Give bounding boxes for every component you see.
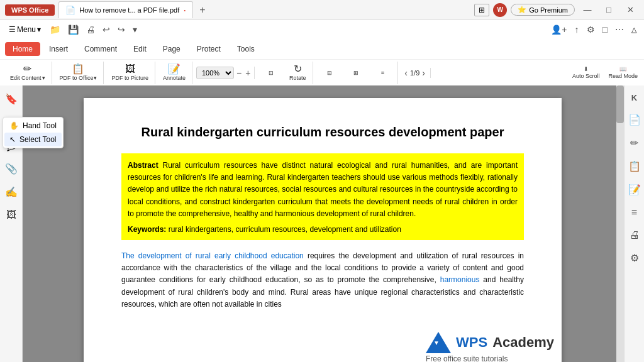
more-button[interactable]: ⋯ [613, 23, 626, 36]
wps-mark-text: WPS [456, 334, 487, 351]
pdf-to-picture-group: 🖼 PDF to Picture [105, 62, 155, 84]
read-mode-icon: 📖 [619, 66, 626, 72]
tab-modified-dot: · [183, 4, 186, 16]
collapse-ribbon-button[interactable]: △ [629, 25, 639, 35]
export-button[interactable]: ↑ [572, 23, 582, 36]
pdf-to-office-button[interactable]: 📋 PDF to Office ▾ [56, 62, 101, 84]
tab-protect[interactable]: Protect [189, 42, 228, 56]
right-panel-print[interactable]: 🖨 [626, 226, 643, 244]
open-button[interactable]: 📁 [47, 23, 63, 36]
single-page-button[interactable]: ⊟ [317, 62, 342, 84]
maximize-button[interactable]: □ [600, 1, 618, 19]
tab-tools[interactable]: Tools [230, 42, 262, 56]
right-panel-edit[interactable]: ✏ [626, 133, 642, 153]
edit-content-button[interactable]: ✏ Edit Content ▾ [6, 62, 49, 84]
image-panel-button[interactable]: 🖼 [3, 206, 20, 224]
undo-button[interactable]: ↩ [100, 23, 113, 36]
user-avatar[interactable]: W [493, 3, 507, 17]
auto-scroll-button[interactable]: ⬇ Auto Scroll [569, 62, 604, 84]
wps-watermark: ▼ WPS Academy Free office suite tutorial… [418, 327, 562, 362]
body-paragraph: The development of rural early childhood… [121, 250, 524, 310]
new-tab-button[interactable]: + [197, 4, 208, 16]
menu-button[interactable]: ☰ Menu ▾ [5, 24, 45, 35]
abstract-highlighted-block: Abstract Rural curriculum resources have… [121, 153, 524, 240]
keywords-line: Keywords: rural kindergartens, curriculu… [128, 225, 518, 234]
two-page-button[interactable]: ⊞ [343, 62, 369, 84]
right-panel-page[interactable]: 📄 [625, 110, 645, 129]
select-tool-option[interactable]: ↖ Select Tool [4, 133, 62, 146]
settings-button[interactable]: ⚙ [584, 23, 597, 36]
pdf-to-picture-button[interactable]: 🖼 PDF to Picture [108, 62, 152, 84]
pdf-to-office-icon: 📋 [72, 64, 84, 74]
grid-view-button[interactable]: ⊞ [474, 4, 489, 16]
attachment-panel-button[interactable]: 📎 [1, 159, 21, 178]
document-tab[interactable]: 📄 How to remove t... a PDF file.pdf · [58, 1, 193, 18]
pdf-to-office-dropdown-icon: ▾ [94, 75, 97, 81]
right-panel-lines[interactable]: ≡ [628, 203, 641, 222]
page-tools-group: ⊟ ⊞ ≡ [314, 62, 398, 84]
wps-logo: ▼ WPS Academy [426, 332, 554, 353]
right-panel-note[interactable]: 📝 [625, 180, 645, 199]
edit-content-icon: ✏ [23, 64, 31, 74]
fit-tools-group: ⊡ ↻ Rotate [256, 62, 313, 84]
annotate-button[interactable]: 📝 Annotate [159, 62, 189, 84]
close-button[interactable]: ✕ [621, 1, 639, 19]
right-panel-settings[interactable]: ⚙ [626, 248, 643, 268]
pdf-title: Rural kindergarten curriculum resources … [121, 123, 524, 141]
abstract-label: Abstract [128, 161, 158, 170]
wps-logo-button[interactable]: WPS Office [5, 4, 55, 16]
zoom-in-button[interactable]: + [244, 68, 252, 78]
tool-dropdown: ✋ Hand Tool ↖ Select Tool [3, 117, 64, 148]
rotate-button[interactable]: ↻ Rotate [285, 62, 310, 84]
print-button[interactable]: 🖨 [84, 23, 97, 36]
continuous-page-button[interactable]: ≡ [370, 62, 395, 84]
scrollbar-thumb[interactable] [616, 85, 624, 123]
edit-content-group: ✏ Edit Content ▾ [4, 62, 52, 84]
edit-content-dropdown-icon: ▾ [42, 75, 45, 81]
ribbon-tabs: Home Insert Comment Edit Page Protect To… [0, 39, 644, 59]
menu-chevron-icon: ▾ [37, 25, 41, 34]
fit-page-button[interactable]: ⊡ [258, 62, 284, 84]
body-highlight-2: harmonious [440, 275, 480, 284]
hand-tool-option[interactable]: ✋ Hand Tool [4, 119, 62, 133]
prev-page-button[interactable]: ‹ [404, 68, 408, 78]
rotate-icon: ↻ [294, 64, 302, 74]
history-dropdown[interactable]: ▾ [130, 23, 140, 36]
abstract-body: Rural curriculum resources have distinct… [128, 161, 518, 218]
redo-button[interactable]: ↪ [115, 23, 128, 36]
signature-panel-button[interactable]: ✍ [1, 182, 21, 202]
vertical-scrollbar[interactable] [616, 85, 624, 362]
page-info: 1/9 [410, 69, 419, 77]
wps-triangle-icon: ▼ [426, 332, 451, 353]
go-premium-button[interactable]: ⭐ Go Premium [511, 4, 575, 16]
zoom-select[interactable]: 100% 75% 125% 150% [196, 67, 234, 79]
page-navigation: ‹ 1/9 › [399, 68, 431, 78]
save-button[interactable]: 💾 [65, 23, 81, 36]
next-page-button[interactable]: › [422, 68, 425, 78]
minimize-button[interactable]: — [579, 1, 596, 19]
pdf-to-picture-icon: 🖼 [125, 64, 135, 74]
share-button[interactable]: 👤+ [548, 23, 569, 36]
keywords-label: Keywords: [128, 225, 166, 234]
right-panel-k[interactable]: K [628, 89, 641, 106]
tab-comment[interactable]: Comment [77, 42, 125, 56]
zoom-group: 100% 75% 125% 150% − + [194, 67, 255, 79]
menu-hamburger-icon: ☰ [9, 25, 16, 34]
auto-scroll-icon: ⬇ [584, 66, 589, 72]
view-button[interactable]: □ [600, 23, 610, 36]
abstract-text: Abstract Rural curriculum resources have… [128, 160, 518, 220]
tab-title: How to remove t... a PDF file.pdf [79, 6, 179, 14]
fit-page-icon: ⊡ [269, 70, 274, 76]
read-mode-button[interactable]: 📖 Read Mode [604, 62, 641, 84]
tab-insert[interactable]: Insert [42, 42, 75, 56]
tab-home[interactable]: Home [5, 42, 40, 56]
right-panel-clipboard[interactable]: 📋 [625, 156, 645, 176]
bookmark-panel-button[interactable]: 🔖 [1, 89, 21, 109]
hand-tool-icon: ✋ [9, 121, 19, 130]
tab-edit[interactable]: Edit [126, 42, 154, 56]
zoom-out-button[interactable]: − [235, 68, 243, 78]
annotate-group: 📝 Annotate [157, 62, 192, 84]
ribbon: ☰ Menu ▾ 📁 💾 🖨 ↩ ↪ ▾ 👤+ ↑ ⚙ □ ⋯ △ Home I… [0, 20, 644, 86]
toolbar-right: ⬇ Auto Scroll 📖 Read Mode [569, 62, 641, 84]
tab-page[interactable]: Page [155, 42, 188, 56]
